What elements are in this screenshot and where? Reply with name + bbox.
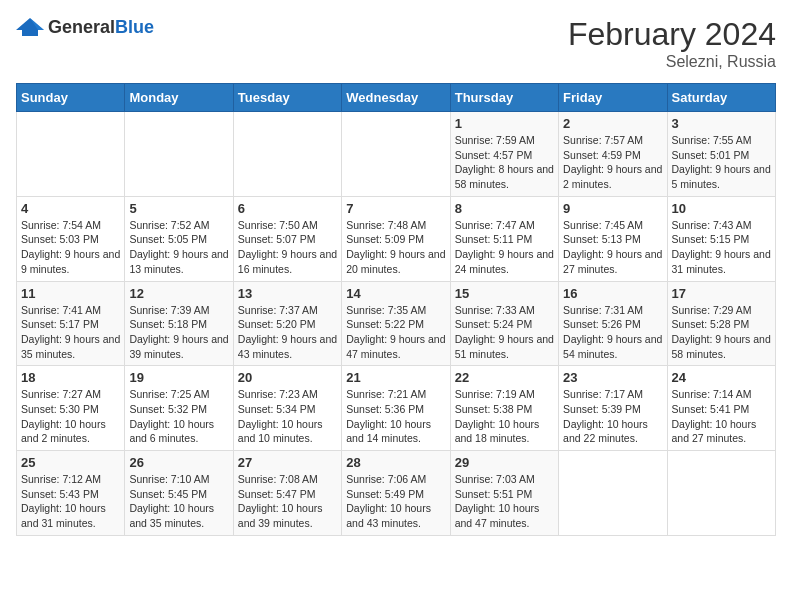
day-info: Sunrise: 7:41 AMSunset: 5:17 PMDaylight:… bbox=[21, 303, 120, 362]
week-row-0: 1Sunrise: 7:59 AMSunset: 4:57 PMDaylight… bbox=[17, 112, 776, 197]
day-info: Sunrise: 7:23 AMSunset: 5:34 PMDaylight:… bbox=[238, 387, 337, 446]
day-cell bbox=[667, 451, 775, 536]
day-info: Sunrise: 7:37 AMSunset: 5:20 PMDaylight:… bbox=[238, 303, 337, 362]
day-info: Sunrise: 7:25 AMSunset: 5:32 PMDaylight:… bbox=[129, 387, 228, 446]
day-cell: 20Sunrise: 7:23 AMSunset: 5:34 PMDayligh… bbox=[233, 366, 341, 451]
day-cell: 24Sunrise: 7:14 AMSunset: 5:41 PMDayligh… bbox=[667, 366, 775, 451]
day-number: 2 bbox=[563, 116, 662, 131]
day-cell bbox=[342, 112, 450, 197]
week-row-3: 18Sunrise: 7:27 AMSunset: 5:30 PMDayligh… bbox=[17, 366, 776, 451]
main-title: February 2024 bbox=[568, 16, 776, 53]
day-cell: 21Sunrise: 7:21 AMSunset: 5:36 PMDayligh… bbox=[342, 366, 450, 451]
day-number: 24 bbox=[672, 370, 771, 385]
day-number: 27 bbox=[238, 455, 337, 470]
day-cell: 4Sunrise: 7:54 AMSunset: 5:03 PMDaylight… bbox=[17, 196, 125, 281]
day-cell: 29Sunrise: 7:03 AMSunset: 5:51 PMDayligh… bbox=[450, 451, 558, 536]
logo-text: GeneralBlue bbox=[48, 17, 154, 38]
day-info: Sunrise: 7:50 AMSunset: 5:07 PMDaylight:… bbox=[238, 218, 337, 277]
day-cell: 17Sunrise: 7:29 AMSunset: 5:28 PMDayligh… bbox=[667, 281, 775, 366]
day-cell: 19Sunrise: 7:25 AMSunset: 5:32 PMDayligh… bbox=[125, 366, 233, 451]
week-row-1: 4Sunrise: 7:54 AMSunset: 5:03 PMDaylight… bbox=[17, 196, 776, 281]
day-number: 4 bbox=[21, 201, 120, 216]
day-info: Sunrise: 7:17 AMSunset: 5:39 PMDaylight:… bbox=[563, 387, 662, 446]
logo-general: General bbox=[48, 17, 115, 37]
day-cell bbox=[17, 112, 125, 197]
day-cell: 2Sunrise: 7:57 AMSunset: 4:59 PMDaylight… bbox=[559, 112, 667, 197]
day-info: Sunrise: 7:55 AMSunset: 5:01 PMDaylight:… bbox=[672, 133, 771, 192]
day-cell bbox=[125, 112, 233, 197]
day-number: 28 bbox=[346, 455, 445, 470]
header-friday: Friday bbox=[559, 84, 667, 112]
week-row-4: 25Sunrise: 7:12 AMSunset: 5:43 PMDayligh… bbox=[17, 451, 776, 536]
day-cell: 10Sunrise: 7:43 AMSunset: 5:15 PMDayligh… bbox=[667, 196, 775, 281]
header-monday: Monday bbox=[125, 84, 233, 112]
day-info: Sunrise: 7:43 AMSunset: 5:15 PMDaylight:… bbox=[672, 218, 771, 277]
calendar-table: SundayMondayTuesdayWednesdayThursdayFrid… bbox=[16, 83, 776, 536]
header-sunday: Sunday bbox=[17, 84, 125, 112]
day-info: Sunrise: 7:52 AMSunset: 5:05 PMDaylight:… bbox=[129, 218, 228, 277]
day-cell: 11Sunrise: 7:41 AMSunset: 5:17 PMDayligh… bbox=[17, 281, 125, 366]
day-info: Sunrise: 7:10 AMSunset: 5:45 PMDaylight:… bbox=[129, 472, 228, 531]
day-cell: 6Sunrise: 7:50 AMSunset: 5:07 PMDaylight… bbox=[233, 196, 341, 281]
day-cell: 13Sunrise: 7:37 AMSunset: 5:20 PMDayligh… bbox=[233, 281, 341, 366]
day-info: Sunrise: 7:54 AMSunset: 5:03 PMDaylight:… bbox=[21, 218, 120, 277]
day-number: 20 bbox=[238, 370, 337, 385]
logo-icon bbox=[16, 16, 44, 38]
day-info: Sunrise: 7:27 AMSunset: 5:30 PMDaylight:… bbox=[21, 387, 120, 446]
day-info: Sunrise: 7:14 AMSunset: 5:41 PMDaylight:… bbox=[672, 387, 771, 446]
title-area: February 2024 Selezni, Russia bbox=[568, 16, 776, 71]
header-tuesday: Tuesday bbox=[233, 84, 341, 112]
subtitle: Selezni, Russia bbox=[568, 53, 776, 71]
day-info: Sunrise: 7:47 AMSunset: 5:11 PMDaylight:… bbox=[455, 218, 554, 277]
day-info: Sunrise: 7:45 AMSunset: 5:13 PMDaylight:… bbox=[563, 218, 662, 277]
day-info: Sunrise: 7:35 AMSunset: 5:22 PMDaylight:… bbox=[346, 303, 445, 362]
day-info: Sunrise: 7:12 AMSunset: 5:43 PMDaylight:… bbox=[21, 472, 120, 531]
logo: GeneralBlue bbox=[16, 16, 154, 38]
day-cell: 1Sunrise: 7:59 AMSunset: 4:57 PMDaylight… bbox=[450, 112, 558, 197]
day-number: 12 bbox=[129, 286, 228, 301]
day-info: Sunrise: 7:29 AMSunset: 5:28 PMDaylight:… bbox=[672, 303, 771, 362]
day-cell: 16Sunrise: 7:31 AMSunset: 5:26 PMDayligh… bbox=[559, 281, 667, 366]
day-info: Sunrise: 7:06 AMSunset: 5:49 PMDaylight:… bbox=[346, 472, 445, 531]
day-number: 22 bbox=[455, 370, 554, 385]
day-info: Sunrise: 7:03 AMSunset: 5:51 PMDaylight:… bbox=[455, 472, 554, 531]
day-number: 25 bbox=[21, 455, 120, 470]
header-thursday: Thursday bbox=[450, 84, 558, 112]
day-cell: 25Sunrise: 7:12 AMSunset: 5:43 PMDayligh… bbox=[17, 451, 125, 536]
day-cell: 26Sunrise: 7:10 AMSunset: 5:45 PMDayligh… bbox=[125, 451, 233, 536]
day-cell: 14Sunrise: 7:35 AMSunset: 5:22 PMDayligh… bbox=[342, 281, 450, 366]
day-number: 21 bbox=[346, 370, 445, 385]
day-cell bbox=[233, 112, 341, 197]
header-saturday: Saturday bbox=[667, 84, 775, 112]
day-info: Sunrise: 7:48 AMSunset: 5:09 PMDaylight:… bbox=[346, 218, 445, 277]
day-info: Sunrise: 7:08 AMSunset: 5:47 PMDaylight:… bbox=[238, 472, 337, 531]
day-cell: 15Sunrise: 7:33 AMSunset: 5:24 PMDayligh… bbox=[450, 281, 558, 366]
header: GeneralBlue February 2024 Selezni, Russi… bbox=[16, 16, 776, 71]
day-info: Sunrise: 7:59 AMSunset: 4:57 PMDaylight:… bbox=[455, 133, 554, 192]
day-number: 13 bbox=[238, 286, 337, 301]
day-cell: 22Sunrise: 7:19 AMSunset: 5:38 PMDayligh… bbox=[450, 366, 558, 451]
day-number: 14 bbox=[346, 286, 445, 301]
day-info: Sunrise: 7:31 AMSunset: 5:26 PMDaylight:… bbox=[563, 303, 662, 362]
day-number: 18 bbox=[21, 370, 120, 385]
day-number: 10 bbox=[672, 201, 771, 216]
day-cell: 3Sunrise: 7:55 AMSunset: 5:01 PMDaylight… bbox=[667, 112, 775, 197]
day-number: 7 bbox=[346, 201, 445, 216]
day-info: Sunrise: 7:21 AMSunset: 5:36 PMDaylight:… bbox=[346, 387, 445, 446]
day-number: 29 bbox=[455, 455, 554, 470]
day-number: 5 bbox=[129, 201, 228, 216]
day-number: 8 bbox=[455, 201, 554, 216]
header-wednesday: Wednesday bbox=[342, 84, 450, 112]
days-header-row: SundayMondayTuesdayWednesdayThursdayFrid… bbox=[17, 84, 776, 112]
day-cell: 18Sunrise: 7:27 AMSunset: 5:30 PMDayligh… bbox=[17, 366, 125, 451]
day-cell: 12Sunrise: 7:39 AMSunset: 5:18 PMDayligh… bbox=[125, 281, 233, 366]
day-number: 26 bbox=[129, 455, 228, 470]
day-number: 19 bbox=[129, 370, 228, 385]
day-info: Sunrise: 7:57 AMSunset: 4:59 PMDaylight:… bbox=[563, 133, 662, 192]
day-cell: 8Sunrise: 7:47 AMSunset: 5:11 PMDaylight… bbox=[450, 196, 558, 281]
day-info: Sunrise: 7:19 AMSunset: 5:38 PMDaylight:… bbox=[455, 387, 554, 446]
day-number: 1 bbox=[455, 116, 554, 131]
day-info: Sunrise: 7:39 AMSunset: 5:18 PMDaylight:… bbox=[129, 303, 228, 362]
day-cell bbox=[559, 451, 667, 536]
week-row-2: 11Sunrise: 7:41 AMSunset: 5:17 PMDayligh… bbox=[17, 281, 776, 366]
